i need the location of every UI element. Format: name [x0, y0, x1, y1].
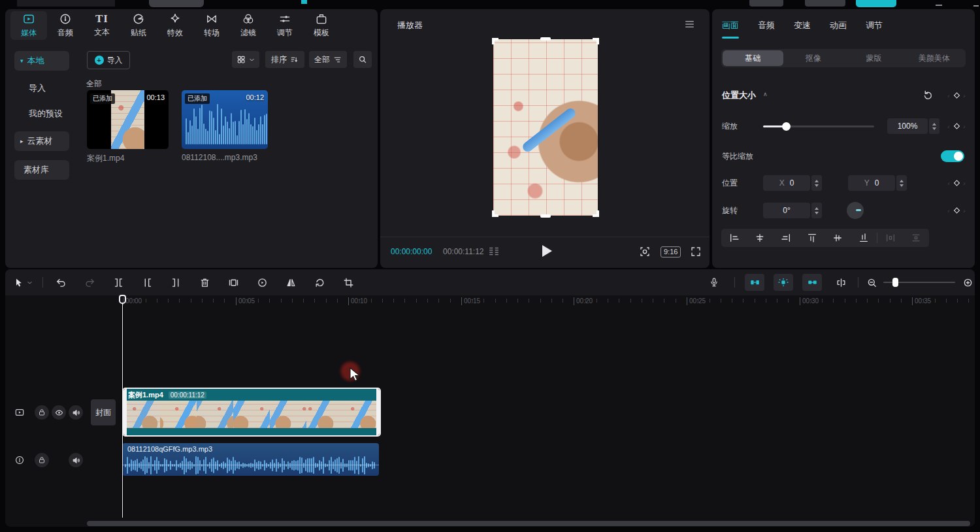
- position-x-field[interactable]: X 0: [763, 175, 810, 191]
- selection-handle-bottom-mid[interactable]: [540, 214, 551, 218]
- tab-audio-props[interactable]: 音频: [758, 20, 775, 31]
- link-preview-toggle-button[interactable]: [774, 274, 793, 291]
- position-y-field[interactable]: Y 0: [848, 175, 895, 191]
- keyframe-control[interactable]: ‹ ›: [942, 91, 971, 101]
- selection-handle-bottom-right-v[interactable]: [596, 210, 599, 217]
- tab-media[interactable]: 媒体: [10, 11, 47, 40]
- selection-handle-top-right-v[interactable]: [596, 38, 599, 44]
- import-button[interactable]: + 导入: [87, 51, 130, 69]
- sort-button[interactable]: 排序: [265, 51, 304, 68]
- cover-button[interactable]: 封面: [91, 399, 116, 425]
- align-middle-vertical-button[interactable]: [825, 229, 851, 247]
- subtab-mask[interactable]: 蒙版: [843, 50, 904, 66]
- playhead[interactable]: [119, 295, 126, 304]
- selection-handle-top-mid[interactable]: [540, 37, 551, 41]
- zoom-out-button[interactable]: [864, 274, 879, 290]
- timeline-zoom-slider[interactable]: [883, 282, 955, 283]
- undo-button[interactable]: [53, 274, 69, 290]
- timeline-ruler[interactable]: 00:00 00:05 00:10 00:15 00:20 00:25 00:3…: [5, 295, 975, 310]
- record-voiceover-button[interactable]: [706, 274, 722, 290]
- position-x-stepper[interactable]: [811, 175, 822, 191]
- timeline-zoom-thumb[interactable]: [892, 278, 898, 287]
- fullscreen-button[interactable]: [690, 246, 702, 258]
- crop-button[interactable]: [340, 274, 356, 290]
- select-tool-button[interactable]: [10, 274, 26, 290]
- trim-left-button[interactable]: [139, 274, 155, 290]
- titlebar-tab[interactable]: [149, 0, 204, 7]
- distribute-vertical-button[interactable]: [903, 229, 929, 247]
- redo-button[interactable]: [82, 274, 97, 290]
- rotation-stepper[interactable]: [811, 203, 822, 218]
- align-left-button[interactable]: [721, 229, 747, 247]
- tab-animation[interactable]: 动画: [830, 20, 847, 31]
- reset-button[interactable]: [923, 90, 934, 101]
- align-top-button[interactable]: [799, 229, 825, 247]
- subtab-cutout[interactable]: 抠像: [783, 50, 844, 66]
- sidebar-item-presets[interactable]: 我的预设: [14, 104, 76, 124]
- position-keyframe[interactable]: ‹ ›: [942, 178, 971, 188]
- tab-templates[interactable]: 模板: [303, 11, 340, 40]
- delete-button[interactable]: [197, 274, 212, 290]
- tab-transitions[interactable]: 转场: [193, 11, 230, 40]
- preview-canvas[interactable]: [493, 39, 598, 216]
- align-right-button[interactable]: [773, 229, 799, 247]
- split-button[interactable]: [110, 274, 126, 290]
- filter-button[interactable]: 全部: [309, 51, 347, 68]
- selection-handle-top-left-v[interactable]: [492, 38, 495, 44]
- scale-keyframe[interactable]: ‹ ›: [942, 122, 971, 131]
- video-clip-left-trim-handle[interactable]: [123, 389, 127, 435]
- distribute-horizontal-button[interactable]: [877, 229, 904, 247]
- freeze-frame-button[interactable]: [225, 274, 241, 290]
- timeline-audio-clip[interactable]: 08112108qGFfG.mp3.mp3: [122, 443, 379, 476]
- caption-list-icon[interactable]: [487, 246, 501, 257]
- snap-toggle-button[interactable]: [745, 274, 764, 291]
- timeline-video-clip[interactable]: 案例1.mp4 00:00:11:12: [122, 388, 381, 437]
- window-close-button[interactable]: [973, 0, 979, 7]
- tab-audio[interactable]: 音频: [47, 11, 84, 40]
- mirror-button[interactable]: [283, 274, 299, 290]
- align-center-horizontal-button[interactable]: [747, 229, 774, 247]
- video-track-lock-button[interactable]: [35, 405, 49, 420]
- preview-quality-button[interactable]: [639, 246, 651, 258]
- sidebar-item-stock[interactable]: 素材库: [14, 160, 69, 180]
- tab-picture[interactable]: 画面: [722, 20, 739, 31]
- position-y-stepper[interactable]: [896, 175, 907, 191]
- tab-adjust-props[interactable]: 调节: [866, 20, 883, 31]
- audio-track-mute-button[interactable]: [69, 453, 83, 467]
- tab-speed[interactable]: 变速: [794, 20, 811, 31]
- tab-text[interactable]: TI 文本: [84, 11, 120, 40]
- scale-slider-thumb[interactable]: [782, 122, 791, 131]
- trim-right-button[interactable]: [168, 274, 184, 290]
- select-tool-chevron-icon[interactable]: [25, 274, 34, 290]
- video-track-visibility-button[interactable]: [52, 405, 66, 420]
- video-track-mute-button[interactable]: [69, 405, 83, 420]
- titlebar-button-2[interactable]: [805, 0, 845, 7]
- video-clip-right-trim-handle[interactable]: [376, 389, 380, 435]
- player-menu-button[interactable]: [684, 20, 695, 29]
- media-card-audio[interactable]: 已添加 00:12: [182, 90, 268, 149]
- search-button[interactable]: [353, 51, 372, 68]
- tab-filters[interactable]: 滤镜: [230, 11, 267, 40]
- zoom-in-button[interactable]: [960, 274, 975, 290]
- sidebar-item-local[interactable]: ▾ 本地: [14, 51, 69, 71]
- view-mode-button[interactable]: [232, 51, 259, 68]
- subtab-beauty[interactable]: 美颜美体: [904, 50, 965, 66]
- tab-effects[interactable]: 特效: [157, 11, 193, 40]
- titlebar-button-1[interactable]: [749, 0, 783, 7]
- rotation-dial[interactable]: [847, 202, 864, 219]
- scale-value-field[interactable]: 100%: [887, 118, 928, 134]
- tab-adjust[interactable]: 调节: [267, 11, 303, 40]
- align-bottom-button[interactable]: [851, 229, 877, 247]
- selection-handle-bottom-left-v[interactable]: [492, 210, 495, 217]
- sidebar-item-cloud[interactable]: ▸ 云素材: [14, 131, 69, 151]
- playhead-line[interactable]: [122, 304, 123, 518]
- rotate-button[interactable]: [312, 274, 327, 290]
- rotation-field[interactable]: 0°: [763, 203, 810, 218]
- reverse-button[interactable]: [254, 274, 270, 290]
- scale-slider[interactable]: [763, 125, 874, 127]
- fit-timeline-button[interactable]: [833, 274, 849, 290]
- audio-track-lock-button[interactable]: [35, 453, 49, 467]
- scale-stepper[interactable]: [929, 118, 939, 134]
- subtab-basic[interactable]: 基础: [723, 50, 783, 66]
- position-size-header[interactable]: 位置大小 ∧ ‹ ›: [712, 88, 975, 103]
